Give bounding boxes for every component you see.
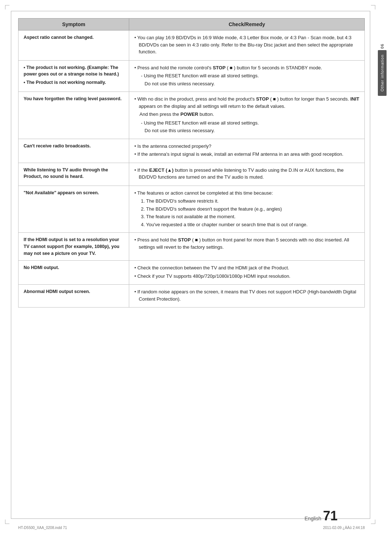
remedy-cell: Press and hold the STOP ( ■ ) button on … (129, 233, 365, 261)
table-row: Can't receive radio broadcasts. Is the a… (19, 139, 365, 163)
symptom-line: • The product is not working. (Example: … (24, 64, 124, 78)
chapter-number: 06 (380, 44, 384, 49)
table-row: • The product is not working. (Example: … (19, 60, 365, 92)
remedy-numbered: 2. The BD/DVD's software doesn't support… (134, 206, 359, 213)
remedy-bullet: If the EJECT (▲) button is pressed while… (134, 167, 359, 181)
main-content: Symptom Check/Remedy Aspect ratio cannot… (18, 18, 365, 512)
remedy-indent: Do not use this unless necessary. (134, 80, 359, 88)
symptom-cell: You have forgotten the rating level pass… (19, 92, 129, 139)
symptom-cell: While listening to TV audio through the … (19, 163, 129, 186)
footer-timestamp: 2011-02-09 ¿ÀÀû 2:44:18 (323, 526, 365, 530)
remedy-bullet: If the antenna's input signal is weak, i… (134, 151, 359, 158)
table-row: Aspect ratio cannot be changed. You can … (19, 30, 365, 61)
symptom-cell: No HDMI output. (19, 261, 129, 285)
remedy-bullet: Is the antenna connected properly? (134, 143, 359, 150)
page-number-block: English 71 (305, 509, 338, 522)
footer-filename: HT-D5500_XAA_0208.indd 71 (18, 526, 67, 530)
symptom-cell: If the HDMI output is set to a resolutio… (19, 233, 129, 261)
side-tab: 06 Other information (372, 44, 392, 96)
remedy-note: And then press the POWER button. (134, 111, 359, 118)
page-num: 71 (323, 509, 338, 522)
table-row: No HDMI output. Check the connection bet… (19, 261, 365, 285)
remedy-cell: If the EJECT (▲) button is pressed while… (129, 163, 365, 186)
remedy-cell: If random noise appears on the screen, i… (129, 285, 365, 308)
remedy-bullet: You can play 16:9 BD/DVDs in 16:9 Wide m… (134, 34, 359, 56)
remedy-bullet: The features or action cannot be complet… (134, 190, 359, 197)
symptom-line: • The Product is not working normally. (24, 79, 124, 86)
table-row: You have forgotten the rating level pass… (19, 92, 365, 139)
symptom-cell: "Not Available" appears on screen. (19, 186, 129, 233)
remedy-bullet: Press and hold the romote control's STOP… (134, 64, 359, 72)
remedy-indent: Do not use this unless necessary. (134, 127, 359, 134)
remedy-cell: The features or action cannot be complet… (129, 186, 365, 233)
symptom-cell: Abnormal HDMI output screen. (19, 285, 129, 308)
footer: HT-D5500_XAA_0208.indd 71 English 71 201… (18, 526, 365, 530)
remedy-bullet: With no disc in the product, press and h… (134, 95, 359, 110)
remedy-cell: Is the antenna connected properly? If th… (129, 139, 365, 163)
remedy-bullet: Check if your TV supports 480p/720p/1080… (134, 273, 359, 280)
remedy-indent: - Using the RESET function will erase al… (134, 119, 359, 127)
remedy-bullet: Check the connection between the TV and … (134, 264, 359, 272)
remedy-numbered: 4. You've requested a title or chapter n… (134, 221, 359, 228)
symptom-cell: Aspect ratio cannot be changed. (19, 30, 129, 61)
remedy-cell: Press and hold the romote control's STOP… (129, 60, 365, 92)
col-header-symptom: Symptom (19, 19, 129, 30)
chapter-label: Other information (378, 50, 387, 96)
col-header-remedy: Check/Remedy (129, 19, 365, 30)
remedy-numbered: 1. The BD/DVD's software restricts it. (134, 198, 359, 205)
symptom-cell: • The product is not working. (Example: … (19, 60, 129, 92)
remedy-bullet: If random noise appears on the screen, i… (134, 288, 359, 302)
remedy-numbered: 3. The feature is not available at the m… (134, 213, 359, 220)
table-row: While listening to TV audio through the … (19, 163, 365, 186)
troubleshoot-table: Symptom Check/Remedy Aspect ratio cannot… (18, 18, 365, 308)
table-row: "Not Available" appears on screen. The f… (19, 186, 365, 233)
remedy-cell: With no disc in the product, press and h… (129, 92, 365, 139)
page-language: English (305, 516, 321, 521)
table-row: If the HDMI output is set to a resolutio… (19, 233, 365, 261)
remedy-cell: Check the connection between the TV and … (129, 261, 365, 285)
remedy-bullet: Press and hold the STOP ( ■ ) button on … (134, 236, 359, 251)
remedy-indent: - Using the RESET function will erase al… (134, 72, 359, 80)
symptom-cell: Can't receive radio broadcasts. (19, 139, 129, 163)
remedy-cell: You can play 16:9 BD/DVDs in 16:9 Wide m… (129, 30, 365, 61)
table-row: Abnormal HDMI output screen. If random n… (19, 285, 365, 308)
